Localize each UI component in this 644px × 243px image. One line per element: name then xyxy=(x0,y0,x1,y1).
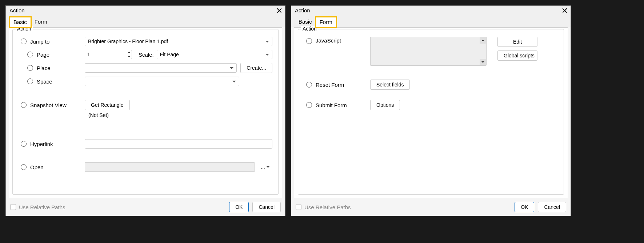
tab-form[interactable]: Form xyxy=(316,17,336,28)
cancel-button[interactable]: Cancel xyxy=(252,202,281,212)
radio-space[interactable] xyxy=(27,78,33,84)
dialog-footer: Use Relative Paths OK Cancel xyxy=(6,198,285,216)
options-button[interactable]: Options xyxy=(370,100,400,110)
radio-place[interactable] xyxy=(27,65,33,71)
titlebar: Action xyxy=(291,6,571,15)
action-fieldset: Action JavaScript Edit Global scripts Re… xyxy=(298,29,564,195)
label-relative-paths: Use Relative Paths xyxy=(19,204,65,210)
tab-page-form: Action JavaScript Edit Global scripts Re… xyxy=(294,27,568,198)
tab-strip: Basic Form xyxy=(6,15,285,27)
scroll-down-icon[interactable] xyxy=(480,59,486,65)
scroll-up-icon[interactable] xyxy=(480,37,486,44)
browse-button[interactable]: ... xyxy=(258,163,272,171)
chk-relative-paths[interactable] xyxy=(296,204,301,210)
combo-jump-file[interactable]: Brighter Graphics - Floor Plan 1.pdf xyxy=(85,37,272,46)
label-javascript: JavaScript xyxy=(316,37,370,44)
cancel-button[interactable]: Cancel xyxy=(538,202,566,212)
chevron-down-icon xyxy=(265,54,269,56)
label-open: Open xyxy=(30,164,85,170)
label-place: Place xyxy=(37,65,85,71)
get-rectangle-button[interactable]: Get Rectangle xyxy=(85,100,130,110)
page-input[interactable] xyxy=(85,50,126,59)
label-reset-form: Reset Form xyxy=(316,82,370,88)
combo-scale-value: Fit Page xyxy=(160,52,179,57)
spin-up[interactable] xyxy=(126,50,132,54)
hyperlink-input[interactable] xyxy=(85,139,272,149)
javascript-textarea[interactable] xyxy=(370,37,487,66)
chevron-down-icon xyxy=(265,41,269,42)
chevron-down-icon xyxy=(232,81,236,82)
spin-down[interactable] xyxy=(126,54,132,59)
tab-strip: Basic Form xyxy=(291,15,571,27)
radio-jump-to[interactable] xyxy=(21,39,27,44)
action-dialog-form: Action Basic Form Action JavaScript Edit… xyxy=(291,5,571,216)
action-fieldset: Action Jump to Brighter Graphics - Floor… xyxy=(12,29,279,195)
tab-basic[interactable]: Basic xyxy=(9,17,31,28)
combo-scale[interactable]: Fit Page xyxy=(157,50,272,59)
snapshot-not-set: (Not Set) xyxy=(88,112,272,118)
ok-button[interactable]: OK xyxy=(515,202,534,212)
radio-hyperlink[interactable] xyxy=(21,141,27,147)
label-relative-paths: Use Relative Paths xyxy=(304,204,351,210)
global-scripts-button[interactable]: Global scripts xyxy=(497,50,537,61)
open-path xyxy=(85,162,255,172)
radio-submit-form[interactable] xyxy=(306,102,312,108)
titlebar: Action xyxy=(6,6,285,15)
spin-page[interactable] xyxy=(85,50,132,59)
edit-button[interactable]: Edit xyxy=(497,37,537,47)
dialog-title: Action xyxy=(9,7,25,13)
tab-form[interactable]: Form xyxy=(31,17,51,27)
label-scale: Scale: xyxy=(139,52,154,58)
dialog-footer: Use Relative Paths OK Cancel xyxy=(291,198,571,216)
radio-snapshot[interactable] xyxy=(21,102,27,108)
combo-place[interactable] xyxy=(85,63,237,73)
chk-relative-paths[interactable] xyxy=(10,204,16,210)
radio-javascript[interactable] xyxy=(306,38,312,44)
radio-page[interactable] xyxy=(27,52,33,57)
chevron-down-icon xyxy=(230,67,233,69)
radio-reset-form[interactable] xyxy=(306,82,312,88)
dialog-title: Action xyxy=(295,7,310,13)
action-dialog-basic: Action Basic Form Action Jump to Brighte… xyxy=(5,5,285,216)
select-fields-button[interactable]: Select fields xyxy=(370,80,410,90)
label-hyperlink: Hyperlink xyxy=(30,141,85,147)
tab-page-basic: Action Jump to Brighter Graphics - Floor… xyxy=(9,27,282,198)
caret-down-icon xyxy=(267,166,269,168)
label-space: Space xyxy=(37,78,85,85)
ok-button[interactable]: OK xyxy=(229,202,249,212)
create-button[interactable]: Create... xyxy=(240,63,272,73)
close-icon[interactable] xyxy=(276,8,282,13)
radio-open[interactable] xyxy=(21,164,27,170)
label-jump-to: Jump to xyxy=(30,39,85,45)
label-submit-form: Submit Form xyxy=(316,102,370,108)
label-page: Page xyxy=(37,52,85,58)
combo-jump-file-value: Brighter Graphics - Floor Plan 1.pdf xyxy=(88,39,168,44)
label-snapshot: Snapshot View xyxy=(30,102,85,108)
combo-space[interactable] xyxy=(85,77,239,86)
close-icon[interactable] xyxy=(562,8,568,13)
